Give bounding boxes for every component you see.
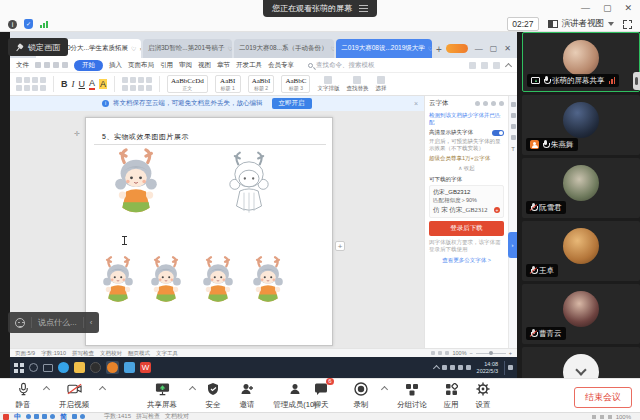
menu-tab[interactable]: 页面布局 — [128, 61, 154, 70]
spellcheck-label[interactable]: 拼写检查 — [136, 412, 160, 420]
notification-icon[interactable] — [508, 365, 513, 370]
paragraph-handle-icon[interactable]: ✛ — [74, 130, 80, 138]
favorite-icon[interactable]: ♡ — [428, 45, 432, 52]
insert-plus-button[interactable]: + — [335, 241, 345, 251]
collapse-ribbon-icon[interactable] — [505, 62, 512, 69]
font-color-button[interactable]: A — [89, 79, 95, 90]
start-icon[interactable] — [14, 363, 24, 373]
quick-chat-bar[interactable]: 说点什么... ‹ — [8, 312, 99, 333]
zoom-controls[interactable]: 100% − + — [431, 350, 512, 356]
menu-tab[interactable]: 视图 — [198, 61, 211, 70]
participant-tile[interactable]: 王卓 — [522, 221, 640, 281]
style-normal[interactable]: AaBbCcDd 正文 — [167, 75, 208, 93]
highlight-button[interactable]: A — [99, 79, 107, 89]
style-heading3[interactable]: AaBbC 标题 3 — [281, 75, 310, 93]
record-options-chevron[interactable] — [381, 386, 388, 393]
wps-taskbar-icon[interactable]: W — [140, 362, 151, 373]
wps-maximize-button[interactable]: ▢ — [490, 44, 498, 53]
chat-input-placeholder[interactable]: 说点什么... — [38, 317, 77, 328]
file-explorer-icon[interactable] — [74, 362, 85, 373]
task-view-icon[interactable] — [43, 364, 53, 372]
missing-font-link[interactable]: 检测到该文档缺少字体并已匹配 — [425, 111, 508, 127]
notice-close-icon[interactable]: × — [414, 100, 418, 107]
mute-options-chevron[interactable] — [43, 386, 50, 393]
hd-font-toggle[interactable] — [492, 130, 504, 136]
menu-tab[interactable]: 会员专享 — [268, 61, 294, 70]
vip-badge[interactable] — [446, 44, 468, 53]
mascot-small-image[interactable] — [146, 256, 186, 310]
banner-menu-icon[interactable] — [359, 5, 368, 12]
mute-button[interactable]: 静音 — [6, 381, 40, 411]
menu-tab[interactable]: 章节 — [217, 61, 230, 70]
ime-cn-icon[interactable]: 中 — [14, 413, 21, 420]
favorite-icon[interactable]: ♡ — [228, 45, 233, 52]
pin-view-button[interactable]: 锁定画面 — [8, 38, 68, 56]
panel-expand-tab[interactable]: › — [508, 232, 517, 258]
proofread-label[interactable]: 文档校对 — [165, 412, 189, 420]
ime-toolbar-2[interactable] — [72, 414, 85, 419]
view-mode-selector[interactable]: 演讲者视图 — [548, 18, 615, 30]
panel-header-icons[interactable] — [475, 101, 504, 106]
style-heading1[interactable]: AaBI 标题 1 — [215, 75, 241, 93]
menu-tab[interactable]: 引用 — [160, 61, 173, 70]
minimize-button[interactable]: — — [581, 3, 590, 13]
text-tool-icon[interactable]: T — [511, 146, 515, 152]
search-icon[interactable] — [29, 363, 38, 372]
page-mode-label[interactable]: 翻页模式 — [128, 350, 150, 357]
find-replace-tool[interactable]: 查找替换 — [346, 76, 368, 92]
wps-side-toolbar[interactable]: T — [508, 96, 517, 348]
edge-icon[interactable] — [58, 362, 69, 373]
invite-button[interactable]: 邀请 — [232, 381, 262, 411]
wps-doc-tab[interactable]: 二019大赛08设...2019级大学 ♡ — [336, 39, 432, 58]
participant-tile-sharing[interactable]: 张萌的屏幕共享 — [522, 32, 640, 92]
wps-doc-tab[interactable]: 二019大赛08...系（手动备份） ♡ — [234, 39, 334, 58]
status-right-controls[interactable]: 100% — [592, 414, 631, 420]
mascot-lineart-image[interactable] — [224, 151, 274, 221]
active-app-icon[interactable] — [106, 361, 119, 374]
zoom-out-icon[interactable]: − — [470, 350, 473, 356]
favorite-icon[interactable]: ♡ — [131, 45, 136, 52]
spellcheck-label[interactable]: 拼写检查 — [72, 350, 94, 357]
settings-button[interactable]: 设置 — [468, 381, 498, 411]
ime-toolbar[interactable] — [26, 414, 55, 419]
ime-simp-icon[interactable]: 简 — [60, 413, 67, 420]
video-button[interactable]: 开启视频 — [52, 381, 96, 411]
mascot-small-image[interactable] — [248, 256, 288, 310]
fullscreen-icon[interactable] — [623, 20, 632, 29]
apps-button[interactable]: 应用 — [436, 381, 466, 411]
text-layout-tool[interactable]: 文字排版 — [317, 76, 339, 92]
collapse-link[interactable]: ∧ 收起 — [425, 164, 508, 173]
share-options-chevron[interactable] — [189, 386, 196, 393]
participant-tile[interactable]: 曹青云 — [522, 284, 640, 344]
collapse-chat-icon[interactable]: ‹ — [90, 318, 93, 327]
file-menu[interactable]: 文件 — [16, 61, 29, 70]
document-page[interactable]: ✛ 5、实物或效果图图片展示 — [85, 117, 333, 346]
more-fonts-link[interactable]: 查看更多公文字体 > — [425, 254, 508, 267]
participant-tile[interactable]: 阮雪君 — [522, 158, 640, 218]
menu-tab[interactable]: 审阅 — [179, 61, 192, 70]
info-icon[interactable]: i — [8, 20, 17, 29]
proofread-label[interactable]: 文档校对 — [100, 350, 122, 357]
end-meeting-button[interactable]: 结束会议 — [574, 387, 632, 408]
tray-expand-icon[interactable] — [433, 365, 440, 372]
font-action-icon[interactable]: + — [494, 207, 500, 213]
maximize-button[interactable]: ▢ — [603, 3, 612, 13]
menu-tab[interactable]: 插入 — [109, 61, 122, 70]
clipboard-tools-icons[interactable] — [16, 77, 46, 91]
breakout-button[interactable]: 分组讨论 — [390, 381, 434, 411]
menu-tab[interactable]: 开发工具 — [236, 61, 262, 70]
select-tool[interactable]: 选择 — [375, 76, 386, 92]
wps-close-button[interactable]: ✕ — [504, 44, 511, 53]
shield-icon[interactable]: ✓ — [24, 19, 33, 29]
security-button[interactable]: 安全 — [198, 381, 228, 411]
bold-button[interactable]: B — [61, 79, 68, 89]
video-options-chevron[interactable] — [99, 386, 106, 393]
sidebar-handle[interactable] — [633, 72, 640, 90]
wps-minimize-button[interactable]: — — [475, 44, 483, 53]
app-icon[interactable] — [90, 362, 101, 373]
italic-button[interactable]: I — [72, 79, 75, 89]
participant-tile[interactable]: 朱燕舞 — [522, 95, 640, 155]
chat-button[interactable]: 6 聊天 — [306, 381, 336, 411]
favorite-icon[interactable]: ♡ — [331, 45, 335, 52]
mascot-colored-image[interactable] — [108, 148, 164, 224]
